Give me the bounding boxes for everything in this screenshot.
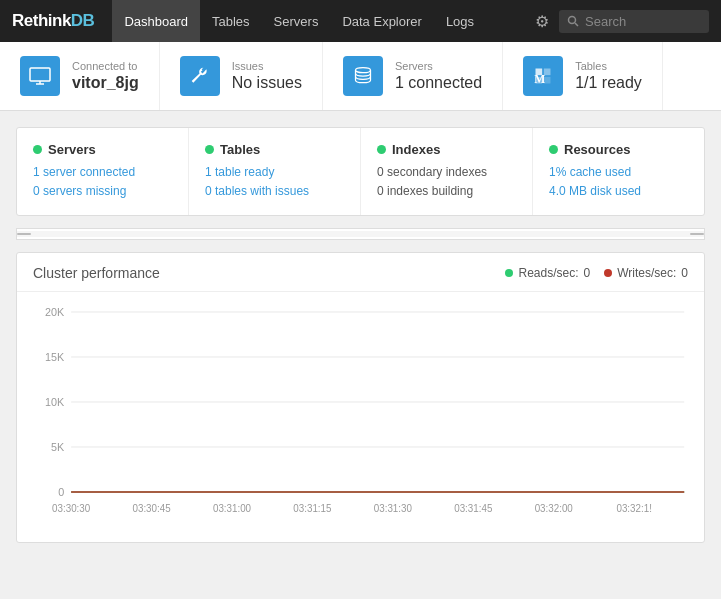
status-issues: Issues No issues <box>160 42 323 110</box>
svg-text:03:30:45: 03:30:45 <box>133 503 172 514</box>
svg-text:03:32:1!: 03:32:1! <box>616 503 651 514</box>
status-connected: Connected to vitor_8jg <box>0 42 160 110</box>
servers-label: Servers <box>395 60 482 72</box>
reads-value: 0 <box>584 266 591 280</box>
legend-writes: Writes/sec: 0 <box>604 266 688 280</box>
tables-dot <box>205 145 214 154</box>
servers-card-title: Servers <box>48 142 96 157</box>
card-resources-header: Resources <box>549 142 688 157</box>
search-box <box>559 10 709 33</box>
svg-point-0 <box>569 17 576 24</box>
cluster-header: Cluster performance Reads/sec: 0 Writes/… <box>17 253 704 292</box>
svg-text:M: M <box>534 73 545 86</box>
connected-value: vitor_8jg <box>72 74 139 92</box>
table-icon: M <box>523 56 563 96</box>
scroll-track <box>17 231 704 237</box>
nav-dashboard[interactable]: Dashboard <box>112 0 200 42</box>
svg-text:03:31:30: 03:31:30 <box>374 503 413 514</box>
svg-text:10K: 10K <box>45 396 65 408</box>
indexes-text-2: 0 indexes building <box>377 182 516 201</box>
database-icon <box>343 56 383 96</box>
tables-value: 1/1 ready <box>575 74 642 92</box>
tables-label: Tables <box>575 60 642 72</box>
svg-text:03:31:15: 03:31:15 <box>293 503 332 514</box>
cluster-performance-panel: Cluster performance Reads/sec: 0 Writes/… <box>16 252 705 543</box>
resources-link-1[interactable]: 1% cache used <box>549 163 688 182</box>
tables-link-1[interactable]: 1 table ready <box>205 163 344 182</box>
card-tables: Tables 1 table ready 0 tables with issue… <box>189 128 361 215</box>
settings-icon[interactable]: ⚙ <box>525 12 559 31</box>
status-servers: Servers 1 connected <box>323 42 503 110</box>
nav-tables[interactable]: Tables <box>200 0 262 42</box>
connected-label: Connected to <box>72 60 139 72</box>
svg-text:20K: 20K <box>45 306 65 318</box>
cluster-legend: Reads/sec: 0 Writes/sec: 0 <box>505 266 688 280</box>
svg-line-1 <box>575 23 578 26</box>
svg-text:03:30:30: 03:30:30 <box>52 503 91 514</box>
status-issues-text: Issues No issues <box>232 60 302 92</box>
cluster-title: Cluster performance <box>33 265 160 281</box>
resources-dot <box>549 145 558 154</box>
card-servers: Servers 1 server connected 0 servers mis… <box>17 128 189 215</box>
logo-db: DB <box>71 11 95 30</box>
status-servers-text: Servers 1 connected <box>395 60 482 92</box>
resources-link-2[interactable]: 4.0 MB disk used <box>549 182 688 201</box>
servers-link-1[interactable]: 1 server connected <box>33 163 172 182</box>
logo-rethink: Rethink <box>12 11 71 30</box>
servers-dot <box>33 145 42 154</box>
svg-point-5 <box>355 68 370 73</box>
svg-text:15K: 15K <box>45 351 65 363</box>
scroll-thumb-right <box>690 233 704 235</box>
chart-area: 20K 15K 10K 5K 0 03:30:30 03:30:45 03:31… <box>17 292 704 542</box>
tables-link-2[interactable]: 0 tables with issues <box>205 182 344 201</box>
search-icon <box>567 15 579 27</box>
issues-label: Issues <box>232 60 302 72</box>
card-tables-header: Tables <box>205 142 344 157</box>
reads-dot <box>505 269 513 277</box>
writes-dot <box>604 269 612 277</box>
navbar: RethinkDB Dashboard Tables Servers Data … <box>0 0 721 42</box>
horizontal-scrollbar[interactable] <box>16 228 705 240</box>
nav-data-explorer[interactable]: Data Explorer <box>330 0 433 42</box>
servers-link-2[interactable]: 0 servers missing <box>33 182 172 201</box>
indexes-card-title: Indexes <box>392 142 440 157</box>
scroll-thumb-left <box>17 233 31 235</box>
nav-logs[interactable]: Logs <box>434 0 486 42</box>
legend-reads: Reads/sec: 0 <box>505 266 590 280</box>
reads-label: Reads/sec: <box>518 266 578 280</box>
status-tables-text: Tables 1/1 ready <box>575 60 642 92</box>
performance-chart: 20K 15K 10K 5K 0 03:30:30 03:30:45 03:31… <box>27 302 694 542</box>
card-servers-header: Servers <box>33 142 172 157</box>
svg-text:03:32:00: 03:32:00 <box>535 503 574 514</box>
status-tables: M Tables 1/1 ready <box>503 42 663 110</box>
main-content: Servers 1 server connected 0 servers mis… <box>0 111 721 559</box>
card-indexes: Indexes 0 secondary indexes 0 indexes bu… <box>361 128 533 215</box>
indexes-text-1: 0 secondary indexes <box>377 163 516 182</box>
svg-rect-2 <box>30 68 50 81</box>
status-cards: Servers 1 server connected 0 servers mis… <box>16 127 705 216</box>
writes-label: Writes/sec: <box>617 266 676 280</box>
issues-value: No issues <box>232 74 302 92</box>
monitor-icon <box>20 56 60 96</box>
servers-value: 1 connected <box>395 74 482 92</box>
status-bar: Connected to vitor_8jg Issues No issues … <box>0 42 721 111</box>
card-indexes-header: Indexes <box>377 142 516 157</box>
svg-text:03:31:00: 03:31:00 <box>213 503 252 514</box>
indexes-dot <box>377 145 386 154</box>
writes-value: 0 <box>681 266 688 280</box>
svg-text:0: 0 <box>58 486 64 498</box>
svg-text:03:31:45: 03:31:45 <box>454 503 493 514</box>
status-connected-text: Connected to vitor_8jg <box>72 60 139 92</box>
tables-card-title: Tables <box>220 142 260 157</box>
app-logo: RethinkDB <box>12 11 94 31</box>
svg-text:5K: 5K <box>51 441 65 453</box>
resources-card-title: Resources <box>564 142 630 157</box>
search-input[interactable] <box>585 14 695 29</box>
nav-servers[interactable]: Servers <box>262 0 331 42</box>
wrench-icon <box>180 56 220 96</box>
card-resources: Resources 1% cache used 4.0 MB disk used <box>533 128 704 215</box>
